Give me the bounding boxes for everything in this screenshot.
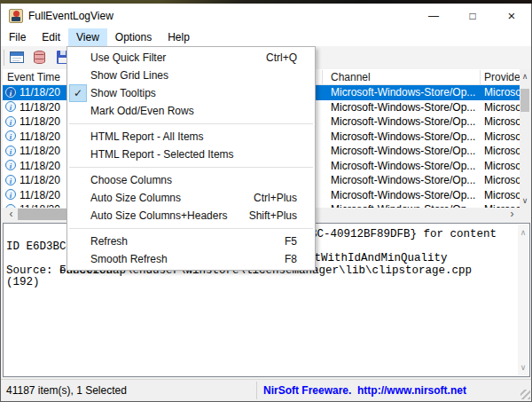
menu-item-shortcut: Ctrl+Q <box>266 49 297 67</box>
cell-channel: Microsoft-Windows-Store/Op... <box>322 159 480 174</box>
menu-item-label: HTML Report - All Items <box>90 128 204 146</box>
menubar: FileEditViewOptionsHelp <box>1 28 531 46</box>
menu-item-label: Show Grid Lines <box>90 67 168 84</box>
menu-item-show-grid-lines[interactable]: Show Grid Lines <box>67 67 315 84</box>
cell-channel: Microsoft-Windows-Store/Op... <box>322 130 480 145</box>
properties-icon <box>10 51 24 63</box>
menu-item-label: Auto Size Columns+Headers <box>90 207 227 225</box>
app-icon-base <box>12 17 20 21</box>
scroll-right-icon[interactable]: › <box>505 208 519 221</box>
menu-separator <box>67 225 315 233</box>
cell-provider: Microso <box>480 144 520 159</box>
load-events-button[interactable] <box>31 49 49 67</box>
menu-item-label: Choose Columns <box>90 171 172 189</box>
properties-button[interactable] <box>8 49 26 67</box>
column-header-provider[interactable]: Provide <box>484 69 520 85</box>
cell-provider: Microso <box>480 130 520 145</box>
menu-item-shortcut: Ctrl+Plus <box>254 189 297 207</box>
close-button[interactable]: × <box>492 4 531 28</box>
details-line-fragment: BC-40912BF89DFB} for content <box>310 229 497 241</box>
menubar-item-view[interactable]: View <box>68 28 107 46</box>
app-icon-red-dot <box>13 11 20 17</box>
nirsoft-link[interactable]: NirSoft Freeware. http://www.nirsoft.net <box>263 384 466 397</box>
details-line: (192) <box>6 277 516 289</box>
list-vertical-scrollbar[interactable]: ∧ ∨ <box>520 69 530 208</box>
menu-item-choose-columns[interactable]: Choose Columns <box>67 171 315 189</box>
menu-item-shortcut: F5 <box>285 233 297 250</box>
cell-channel: Microsoft-Windows-Store/Op... <box>322 100 480 115</box>
menu-item-auto-size-columns[interactable]: Auto Size ColumnsCtrl+Plus <box>67 189 315 207</box>
menu-item-label: Smooth Refresh <box>90 250 168 268</box>
scroll-left-icon[interactable]: ‹ <box>4 208 18 221</box>
cell-provider: Microso <box>480 85 520 100</box>
scrollbar-corner <box>520 208 530 221</box>
menu-item-html-report-all-items[interactable]: HTML Report - All Items <box>67 128 315 146</box>
menu-item-mark-odd-even-rows[interactable]: Mark Odd/Even Rows <box>67 102 315 120</box>
menu-item-label: Use Quick Filter <box>90 49 166 67</box>
menu-item-label: Show Tooltips <box>90 84 156 102</box>
menu-item-show-tooltips[interactable]: ✓Show Tooltips <box>67 84 315 102</box>
statusbar: 41187 item(s), 1 Selected NirSoft Freewa… <box>1 379 531 400</box>
resize-grip-icon[interactable] <box>520 390 530 399</box>
column-header-channel[interactable]: Channel <box>331 69 477 85</box>
menu-item-refresh[interactable]: RefreshF5 <box>67 233 315 250</box>
scroll-down-icon[interactable]: ∨ <box>520 193 530 208</box>
cell-channel: Microsoft-Windows-Store/Op... <box>322 85 480 100</box>
scroll-up-icon[interactable]: ∧ <box>518 226 528 239</box>
details-line-fragment: ntWithIdAndMinQuality <box>308 253 448 265</box>
window-title: FullEventLogView <box>28 10 113 22</box>
menu-separator <box>67 163 315 171</box>
column-divider[interactable] <box>480 70 481 84</box>
menubar-item-file[interactable]: File <box>1 28 34 46</box>
checkmark-icon: ✓ <box>69 84 87 102</box>
scroll-up-icon[interactable]: ∧ <box>520 69 530 83</box>
menu-item-label: HTML Report - Selected Items <box>90 146 234 163</box>
maximize-button[interactable]: □ <box>453 4 492 28</box>
app-window: FullEventLogView — □ × FileEditViewOptio… <box>0 4 532 402</box>
column-divider[interactable] <box>322 70 323 84</box>
titlebar[interactable]: FullEventLogView — □ × <box>1 4 531 28</box>
menu-item-smooth-refresh[interactable]: Smooth RefreshF8 <box>67 250 315 268</box>
menu-item-label: Auto Size Columns <box>90 189 181 207</box>
menu-item-label: Refresh <box>90 233 128 250</box>
menu-item-use-quick-filter[interactable]: Use Quick FilterCtrl+Q <box>67 49 315 67</box>
menubar-item-edit[interactable]: Edit <box>34 28 68 46</box>
menu-item-label: Mark Odd/Even Rows <box>90 102 194 120</box>
app-icon <box>9 9 23 23</box>
details-scrollbar[interactable]: ∧ ∨ <box>518 225 528 375</box>
cell-provider: Microso <box>480 114 520 130</box>
database-icon <box>34 51 45 64</box>
menubar-item-options[interactable]: Options <box>107 28 160 46</box>
cell-provider: Microso <box>480 100 520 115</box>
view-menu-popup: Use Quick FilterCtrl+QShow Grid Lines✓Sh… <box>66 46 316 271</box>
cell-provider: Microso <box>480 188 520 203</box>
cell-provider: Microso <box>480 159 520 174</box>
cell-channel: Microsoft-Windows-Store/Op... <box>322 114 480 130</box>
status-divider <box>256 382 257 399</box>
vertical-scroll-thumb[interactable] <box>520 89 529 112</box>
cell-channel: Microsoft-Windows-Store/Op... <box>322 188 480 203</box>
minimize-button[interactable]: — <box>414 4 453 28</box>
menu-separator <box>67 120 315 128</box>
toolbar-gripper <box>4 50 4 66</box>
menu-item-shortcut: F8 <box>285 250 297 268</box>
menu-item-html-report-selected-items[interactable]: HTML Report - Selected Items <box>67 146 315 163</box>
cell-channel: Microsoft-Windows-Store/Op... <box>322 144 480 159</box>
menu-item-shortcut: Shift+Plus <box>249 207 297 225</box>
menubar-item-help[interactable]: Help <box>160 28 198 46</box>
status-item-count: 41187 item(s), 1 Selected <box>6 384 127 397</box>
cell-channel: Microsoft-Windows-Store/Op... <box>322 173 480 188</box>
cell-provider: Microso <box>480 173 520 188</box>
scroll-down-icon[interactable]: ∨ <box>518 361 528 374</box>
menu-item-auto-size-columns-headers[interactable]: Auto Size Columns+HeadersShift+Plus <box>67 207 315 225</box>
